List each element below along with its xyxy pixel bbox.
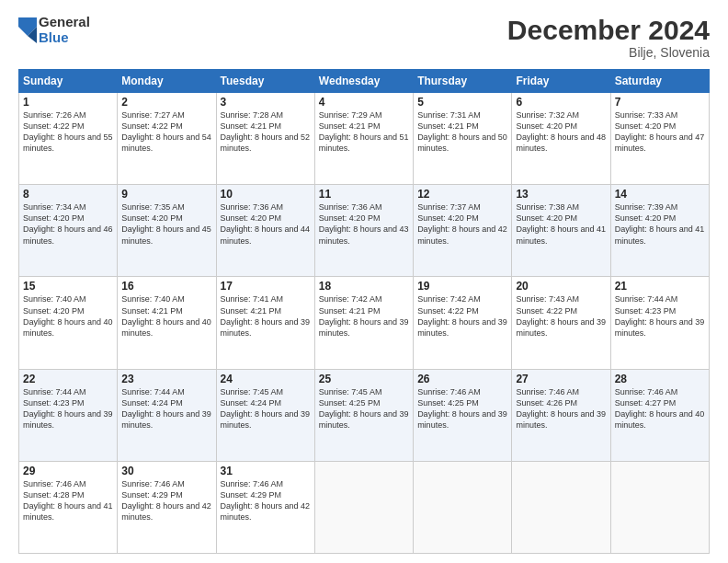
day-header-thursday: Thursday	[414, 70, 512, 93]
cell-info: Sunrise: 7:44 AMSunset: 4:23 PMDaylight:…	[23, 386, 113, 431]
cell-info: Sunrise: 7:44 AMSunset: 4:23 PMDaylight:…	[615, 293, 705, 339]
day-number: 17	[221, 280, 311, 293]
day-number: 15	[23, 280, 113, 293]
cell-info: Sunrise: 7:45 AMSunset: 4:25 PMDaylight:…	[319, 386, 409, 431]
day-number: 25	[319, 373, 409, 385]
day-number: 23	[121, 373, 211, 385]
day-number: 14	[615, 188, 705, 201]
day-number: 16	[121, 280, 211, 293]
day-cell-21: 21Sunrise: 7:44 AMSunset: 4:23 PMDayligh…	[610, 277, 709, 369]
day-number: 3	[221, 96, 311, 109]
day-number: 19	[417, 280, 507, 293]
day-cell-23: 23Sunrise: 7:44 AMSunset: 4:24 PMDayligh…	[118, 369, 216, 461]
day-cell-8: 8Sunrise: 7:34 AMSunset: 4:20 PMDaylight…	[19, 185, 118, 277]
day-cell-15: 15Sunrise: 7:40 AMSunset: 4:20 PMDayligh…	[19, 277, 118, 369]
day-cell-17: 17Sunrise: 7:41 AMSunset: 4:21 PMDayligh…	[216, 277, 314, 369]
day-header-monday: Monday	[118, 70, 216, 93]
logo-general: General	[39, 15, 90, 30]
cell-info: Sunrise: 7:29 AMSunset: 4:21 PMDaylight:…	[319, 109, 409, 155]
day-number: 13	[516, 188, 606, 201]
cell-info: Sunrise: 7:46 AMSunset: 4:27 PMDaylight:…	[615, 386, 705, 431]
day-number: 31	[221, 465, 311, 477]
day-number: 28	[615, 373, 705, 385]
day-cell-25: 25Sunrise: 7:45 AMSunset: 4:25 PMDayligh…	[314, 369, 413, 461]
week-row-5: 29Sunrise: 7:46 AMSunset: 4:28 PMDayligh…	[19, 461, 710, 553]
day-cell-30: 30Sunrise: 7:46 AMSunset: 4:29 PMDayligh…	[118, 461, 216, 553]
day-cell-27: 27Sunrise: 7:46 AMSunset: 4:26 PMDayligh…	[512, 369, 610, 461]
cell-info: Sunrise: 7:32 AMSunset: 4:20 PMDaylight:…	[516, 109, 606, 155]
logo-icon	[18, 17, 37, 43]
day-number: 29	[23, 465, 113, 477]
day-number: 20	[516, 280, 606, 293]
day-number: 7	[615, 96, 705, 109]
cell-info: Sunrise: 7:39 AMSunset: 4:20 PMDaylight:…	[615, 201, 705, 247]
location-subtitle: Bilje, Slovenia	[507, 45, 710, 60]
cell-info: Sunrise: 7:46 AMSunset: 4:29 PMDaylight:…	[121, 478, 211, 523]
day-number: 24	[221, 373, 311, 385]
day-cell-24: 24Sunrise: 7:45 AMSunset: 4:24 PMDayligh…	[216, 369, 314, 461]
day-number: 26	[417, 373, 507, 385]
cell-info: Sunrise: 7:41 AMSunset: 4:21 PMDaylight:…	[221, 293, 311, 339]
cell-info: Sunrise: 7:26 AMSunset: 4:22 PMDaylight:…	[23, 109, 113, 155]
day-cell-16: 16Sunrise: 7:40 AMSunset: 4:21 PMDayligh…	[118, 277, 216, 369]
cell-info: Sunrise: 7:46 AMSunset: 4:26 PMDaylight:…	[516, 386, 606, 431]
day-number: 22	[23, 373, 113, 385]
day-number: 27	[516, 373, 606, 385]
cell-info: Sunrise: 7:40 AMSunset: 4:21 PMDaylight:…	[121, 293, 211, 339]
cell-info: Sunrise: 7:35 AMSunset: 4:20 PMDaylight:…	[121, 201, 211, 247]
cell-info: Sunrise: 7:45 AMSunset: 4:24 PMDaylight:…	[221, 386, 311, 431]
day-cell-18: 18Sunrise: 7:42 AMSunset: 4:21 PMDayligh…	[314, 277, 413, 369]
day-cell-20: 20Sunrise: 7:43 AMSunset: 4:22 PMDayligh…	[512, 277, 610, 369]
day-cell-13: 13Sunrise: 7:38 AMSunset: 4:20 PMDayligh…	[512, 185, 610, 277]
day-cell-1: 1Sunrise: 7:26 AMSunset: 4:22 PMDaylight…	[19, 93, 118, 185]
day-cell-26: 26Sunrise: 7:46 AMSunset: 4:25 PMDayligh…	[414, 369, 512, 461]
cell-info: Sunrise: 7:28 AMSunset: 4:21 PMDaylight:…	[221, 109, 311, 155]
day-number: 21	[615, 280, 705, 293]
cell-info: Sunrise: 7:42 AMSunset: 4:22 PMDaylight:…	[417, 293, 507, 339]
cell-info: Sunrise: 7:42 AMSunset: 4:21 PMDaylight:…	[319, 293, 409, 339]
cell-info: Sunrise: 7:34 AMSunset: 4:20 PMDaylight:…	[23, 201, 113, 247]
day-cell-31: 31Sunrise: 7:46 AMSunset: 4:29 PMDayligh…	[216, 461, 314, 553]
day-cell-10: 10Sunrise: 7:36 AMSunset: 4:20 PMDayligh…	[216, 185, 314, 277]
day-cell-4: 4Sunrise: 7:29 AMSunset: 4:21 PMDaylight…	[314, 93, 413, 185]
week-row-4: 22Sunrise: 7:44 AMSunset: 4:23 PMDayligh…	[19, 369, 710, 461]
day-cell-22: 22Sunrise: 7:44 AMSunset: 4:23 PMDayligh…	[19, 369, 118, 461]
day-number: 30	[121, 465, 211, 477]
logo-text: General Blue	[39, 15, 90, 45]
day-cell-7: 7Sunrise: 7:33 AMSunset: 4:20 PMDaylight…	[610, 93, 709, 185]
empty-cell	[414, 461, 512, 553]
header: General Blue December 2024 Bilje, Sloven…	[18, 15, 710, 60]
day-cell-14: 14Sunrise: 7:39 AMSunset: 4:20 PMDayligh…	[610, 185, 709, 277]
day-number: 6	[516, 96, 606, 109]
day-number: 18	[319, 280, 409, 293]
day-number: 8	[23, 188, 113, 201]
cell-info: Sunrise: 7:33 AMSunset: 4:20 PMDaylight:…	[615, 109, 705, 155]
day-cell-3: 3Sunrise: 7:28 AMSunset: 4:21 PMDaylight…	[216, 93, 314, 185]
calendar-table: SundayMondayTuesdayWednesdayThursdayFrid…	[18, 69, 710, 554]
logo: General Blue	[18, 15, 90, 45]
day-cell-9: 9Sunrise: 7:35 AMSunset: 4:20 PMDaylight…	[118, 185, 216, 277]
cell-info: Sunrise: 7:38 AMSunset: 4:20 PMDaylight:…	[516, 201, 606, 247]
cell-info: Sunrise: 7:37 AMSunset: 4:20 PMDaylight:…	[417, 201, 507, 247]
month-title: December 2024	[507, 15, 710, 45]
cell-info: Sunrise: 7:36 AMSunset: 4:20 PMDaylight:…	[221, 201, 311, 247]
day-number: 1	[23, 96, 113, 109]
title-block: December 2024 Bilje, Slovenia	[507, 15, 710, 60]
day-number: 5	[417, 96, 507, 109]
cell-info: Sunrise: 7:27 AMSunset: 4:22 PMDaylight:…	[121, 109, 211, 155]
days-header-row: SundayMondayTuesdayWednesdayThursdayFrid…	[19, 70, 710, 93]
day-cell-19: 19Sunrise: 7:42 AMSunset: 4:22 PMDayligh…	[414, 277, 512, 369]
day-header-saturday: Saturday	[610, 70, 709, 93]
week-row-3: 15Sunrise: 7:40 AMSunset: 4:20 PMDayligh…	[19, 277, 710, 369]
day-number: 12	[417, 188, 507, 201]
empty-cell	[610, 461, 709, 553]
day-number: 2	[121, 96, 211, 109]
day-header-sunday: Sunday	[19, 70, 118, 93]
week-row-2: 8Sunrise: 7:34 AMSunset: 4:20 PMDaylight…	[19, 185, 710, 277]
day-cell-29: 29Sunrise: 7:46 AMSunset: 4:28 PMDayligh…	[19, 461, 118, 553]
cell-info: Sunrise: 7:36 AMSunset: 4:20 PMDaylight:…	[319, 201, 409, 247]
empty-cell	[512, 461, 610, 553]
day-header-tuesday: Tuesday	[216, 70, 314, 93]
empty-cell	[314, 461, 413, 553]
day-cell-2: 2Sunrise: 7:27 AMSunset: 4:22 PMDaylight…	[118, 93, 216, 185]
